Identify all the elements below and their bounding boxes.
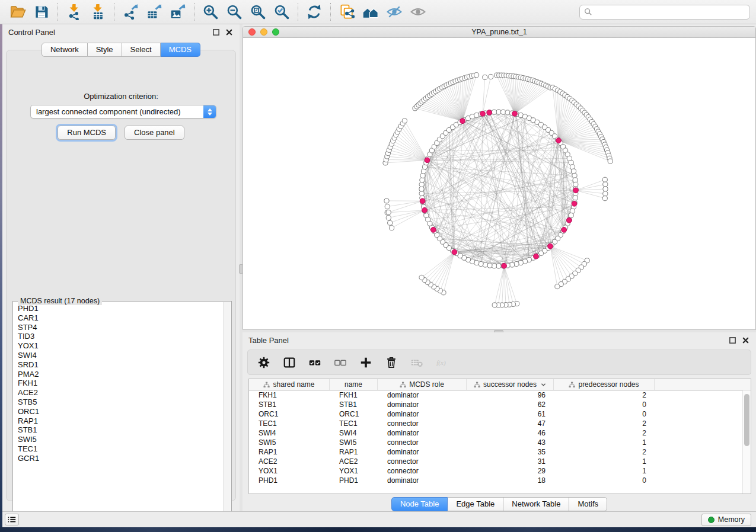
tab-mcds[interactable]: MCDS	[161, 43, 200, 57]
table-row[interactable]: PHD1PHD1dominator180	[249, 476, 742, 485]
table-row[interactable]: ACE2ACE2connector311	[249, 457, 742, 466]
close-panel-button[interactable]: Close panel	[125, 126, 184, 140]
deselect-all-icon[interactable]	[333, 355, 348, 370]
result-node-item[interactable]: TEC1	[18, 444, 223, 454]
table-row[interactable]: TEC1TEC1connector472	[249, 419, 742, 428]
desktop-background	[0, 527, 756, 532]
export-network-icon[interactable]	[119, 2, 142, 22]
criterion-select[interactable]: largest connected component (undirected)	[30, 105, 216, 118]
table-cell: YOX1	[330, 466, 378, 476]
table-cell: TEC1	[249, 419, 330, 428]
toolbar-separator	[330, 3, 331, 21]
tab-edge-table[interactable]: Edge Table	[448, 497, 503, 511]
run-mcds-button[interactable]: Run MCDS	[58, 126, 116, 140]
result-node-item[interactable]: RAP1	[18, 416, 223, 426]
result-node-item[interactable]: PMA2	[18, 370, 223, 379]
zoom-out-icon[interactable]	[222, 2, 246, 22]
result-scrollbar[interactable]	[223, 302, 231, 520]
control-panel-tabs: NetworkStyleSelectMCDS	[2, 43, 240, 57]
table-cell: 2	[554, 419, 655, 428]
result-node-item[interactable]: FKH1	[18, 379, 223, 388]
tab-style[interactable]: Style	[88, 43, 122, 57]
table-cell: TEC1	[330, 419, 378, 428]
tab-network-table[interactable]: Network Table	[503, 497, 569, 511]
result-node-item[interactable]: SRD1	[18, 360, 223, 370]
result-node-item[interactable]: ORC1	[18, 407, 223, 416]
table-cell: connector	[378, 457, 467, 466]
main-toolbar	[0, 0, 756, 24]
result-node-item[interactable]: CAR1	[18, 313, 223, 323]
table-scrollbar[interactable]	[742, 390, 751, 493]
window-close-icon[interactable]	[248, 28, 256, 36]
table-row[interactable]: SWI4SWI4dominator462	[249, 428, 742, 438]
memory-button[interactable]: Memory	[701, 514, 751, 526]
table-cell-filler	[655, 447, 742, 457]
result-node-item[interactable]: PHD1	[18, 304, 223, 313]
column-header-name[interactable]: name	[330, 379, 378, 390]
zoom-in-icon[interactable]	[199, 2, 222, 22]
show-all-icon[interactable]	[406, 2, 430, 22]
tab-node-table[interactable]: Node Table	[391, 497, 448, 511]
network-canvas[interactable]	[243, 38, 756, 330]
network-window-titlebar[interactable]: YPA_prune.txt_1	[243, 27, 755, 38]
open-folder-icon[interactable]	[6, 2, 30, 22]
result-node-item[interactable]: STP4	[18, 323, 223, 332]
scrollbar-thumb[interactable]	[744, 394, 749, 446]
table-row[interactable]: STB1STB1dominator620	[249, 400, 742, 409]
task-history-button[interactable]	[5, 514, 19, 525]
select-all-icon[interactable]	[307, 355, 323, 370]
column-header-successor-nodes[interactable]: successor nodes	[467, 379, 554, 390]
hide-selected-icon[interactable]	[382, 2, 406, 22]
table-cell-filler	[655, 457, 742, 466]
result-node-item[interactable]: SWI5	[18, 435, 223, 444]
tab-motifs[interactable]: Motifs	[569, 497, 607, 511]
float-panel-icon[interactable]	[212, 28, 221, 37]
columns-icon[interactable]	[282, 355, 297, 370]
first-neighbors-icon[interactable]	[359, 2, 382, 22]
search-box[interactable]	[579, 5, 750, 20]
table-row[interactable]: FKH1FKH1dominator962	[249, 390, 742, 400]
table-row[interactable]: RAP1RAP1dominator352	[249, 447, 742, 457]
mcds-result-list[interactable]: PHD1CAR1STP4TID3YOX1SWI4SRD1PMA2FKH1ACE2…	[14, 302, 223, 520]
float-panel-icon[interactable]	[728, 336, 737, 345]
export-image-icon[interactable]	[166, 2, 190, 22]
tab-select[interactable]: Select	[122, 43, 161, 57]
close-panel-icon[interactable]	[225, 28, 234, 37]
table-cell: dominator	[378, 409, 467, 419]
table-row[interactable]: ORC1ORC1dominator610	[249, 409, 742, 419]
zoom-fit-icon[interactable]	[246, 2, 270, 22]
column-header-shared-name[interactable]: shared name	[249, 379, 330, 390]
add-column-icon[interactable]	[358, 355, 374, 370]
refresh-icon[interactable]	[302, 2, 326, 22]
result-node-item[interactable]: STB5	[18, 398, 223, 407]
column-header-MCDS-role[interactable]: MCDS role	[378, 379, 467, 390]
column-label: predecessor nodes	[578, 380, 639, 389]
result-node-item[interactable]: STB1	[18, 425, 223, 435]
table-panel-tabs: Node TableEdge TableNetwork TableMotifs	[243, 497, 756, 511]
table-row[interactable]: SWI5SWI5connector431	[249, 438, 742, 447]
list-icon	[7, 515, 17, 524]
delete-column-icon[interactable]	[384, 355, 399, 370]
close-panel-icon[interactable]	[741, 336, 750, 345]
column-header-predecessor-nodes[interactable]: predecessor nodes	[554, 379, 655, 390]
window-maximize-icon[interactable]	[272, 28, 279, 36]
result-node-item[interactable]: TID3	[18, 332, 223, 341]
result-node-item[interactable]: YOX1	[18, 341, 223, 351]
search-input[interactable]	[595, 6, 745, 18]
tab-network[interactable]: Network	[42, 43, 88, 57]
window-minimize-icon[interactable]	[260, 28, 267, 36]
duplicate-network-icon[interactable]	[335, 2, 359, 22]
table-toolbar: f(x)	[247, 350, 751, 375]
gear-icon[interactable]	[256, 355, 272, 370]
save-icon[interactable]	[30, 2, 53, 22]
export-table-icon[interactable]	[142, 2, 166, 22]
result-node-item[interactable]: GCR1	[18, 454, 223, 463]
table-cell: dominator	[378, 428, 467, 438]
result-node-item[interactable]: ACE2	[18, 388, 223, 398]
result-node-item[interactable]: SWI4	[18, 351, 223, 360]
import-network-icon[interactable]	[62, 2, 86, 22]
import-table-icon[interactable]	[86, 2, 110, 22]
memory-label: Memory	[718, 515, 745, 524]
table-row[interactable]: YOX1YOX1connector291	[249, 466, 742, 476]
zoom-selected-icon[interactable]	[270, 2, 294, 22]
